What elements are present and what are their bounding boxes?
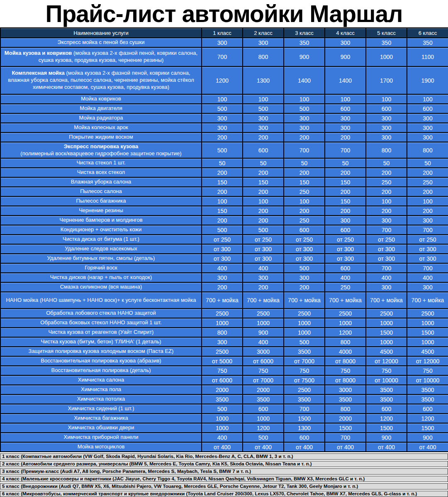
price-cell: 1000 (243, 318, 284, 328)
price-cell: 200 (243, 187, 284, 196)
price-cell: 3500 (202, 394, 243, 404)
price-cell: 100 (366, 196, 407, 206)
service-name-cell: Горячий воск (0, 263, 202, 273)
table-row: Смазка силиконом (вся машина)20020020025… (0, 282, 448, 292)
price-cell: 700 (202, 47, 243, 66)
price-cell: от 250 (243, 235, 284, 244)
service-name-cell: Пылесос салона (0, 187, 202, 196)
price-cell: 3500 (407, 385, 448, 394)
price-cell: 100 (407, 196, 448, 206)
price-cell: 3500 (407, 394, 448, 404)
price-cell: 1000 (366, 47, 407, 66)
price-cell: 100 (243, 196, 284, 206)
price-cell: 900 (366, 433, 407, 442)
price-cell: 1500 (366, 423, 407, 433)
table-row: Мойка колесных арок300300300300300300 (0, 123, 448, 132)
price-cell: 4500 (366, 347, 407, 356)
price-cell: от 400 (284, 442, 325, 452)
service-name-cell: Химчистка потолка (0, 394, 202, 404)
service-name-cell: Чистка стекол 1 шт. (0, 158, 202, 168)
price-cell: 400 (243, 263, 284, 273)
service-name-cell: Экспресс мойка с пеной без сушки (0, 38, 202, 47)
price-cell: 100 (284, 196, 325, 206)
price-cell: 1500 (325, 423, 366, 433)
price-cell: 500 (202, 225, 243, 235)
price-cell: 200 (407, 187, 448, 196)
price-cell: 800 (325, 404, 366, 414)
price-cell: 300 (243, 273, 284, 282)
price-cell: 1000 (407, 318, 448, 328)
price-cell: 500 (243, 225, 284, 235)
service-name-cell: Восстановительная полировка кузова (абра… (0, 356, 202, 366)
price-cell: 300 (284, 123, 325, 132)
price-cell: 1000 (325, 318, 366, 328)
price-cell: 3000 (325, 385, 366, 394)
price-cell: 600 (407, 104, 448, 113)
table-row: Чернение резины150200200200200200 (0, 206, 448, 215)
price-cell: 3500 (284, 347, 325, 356)
price-cell: 400 (243, 337, 284, 347)
table-row: Пылесос багажника100100100150100100 (0, 196, 448, 206)
price-cell: 300 (366, 215, 407, 225)
table-row: Чистка дисков (нагар + пыль от колодок)3… (0, 273, 448, 282)
price-cell: 600 (284, 225, 325, 235)
page-title: Прайс-лист автомойки Маршал (0, 0, 448, 27)
price-cell: 150 (243, 177, 284, 187)
table-row: Влажная уборка салона150150150150250250 (0, 177, 448, 187)
price-cell: 200 (284, 132, 325, 142)
price-cell: от 400 (325, 442, 366, 452)
table-row: Восстановительная полировка кузова (абра… (0, 356, 448, 366)
price-cell: 50 (243, 158, 284, 168)
table-row: Химчистка пола200020002500300035003500 (0, 385, 448, 394)
price-cell: 300 (325, 38, 366, 47)
price-cell: 200 (284, 206, 325, 215)
table-row: Пылесос салона200200250200200200 (0, 187, 448, 196)
price-cell: 350 (407, 38, 448, 47)
price-cell: 300 (243, 113, 284, 123)
price-cell: 50 (325, 158, 366, 168)
column-header-cell: Наименование услуги (0, 28, 202, 38)
column-header-cell: 1 класс (202, 28, 243, 38)
price-cell: 400 (202, 433, 243, 442)
service-name-cell: Чистка кузова (битум, бетон) 'ГЛИНА' (1 … (0, 337, 202, 347)
price-cell: 700 + мойка (202, 292, 243, 308)
price-cell: 300 (202, 38, 243, 47)
service-name-cell: Комплексная мойка (мойка кузова 2-х фазн… (0, 66, 202, 94)
table-row: Химчистка потолка35003500350035003500350… (0, 394, 448, 404)
service-name-cell: Химчистка багажника (0, 414, 202, 423)
table-row: Удаление следов насекомыхот 300от 300от … (0, 244, 448, 254)
price-cell: 900 (243, 328, 284, 337)
service-name-cell: Химчистка обшивки двери (0, 423, 202, 433)
price-cell: 150 (325, 177, 366, 187)
table-row: Химчистка обшивки двери10001200130015001… (0, 423, 448, 433)
price-cell: 750 (325, 366, 366, 375)
class-footnote: 3 класс (Премиум-класс (Audi A7, A8 long… (0, 468, 448, 475)
price-cell: 500 (243, 433, 284, 442)
price-cell: 2500 (284, 308, 325, 318)
price-cell: 250 (284, 215, 325, 225)
price-cell: 200 (325, 168, 366, 177)
price-cell: от 400 (407, 442, 448, 452)
header-row: Наименование услуги1 класс2 класс3 класс… (0, 28, 448, 38)
service-name-cell: Мойка мотоциклов (0, 442, 202, 452)
price-cell: 700 (284, 404, 325, 414)
price-cell: от 7000 (243, 375, 284, 385)
price-cell: 200 (243, 282, 284, 292)
class-footnotes: 1 класс (Компактные автомобили (VW Golf,… (0, 453, 448, 497)
column-header-cell: 6 класс (407, 28, 448, 38)
table-row: НАНО мойка (НАНО шампунь + НАНО воск)+ к… (0, 292, 448, 308)
price-cell: 200 (284, 168, 325, 177)
price-cell: 2500 (284, 385, 325, 394)
price-cell: 1000 (366, 318, 407, 328)
price-cell: 300 (202, 113, 243, 123)
table-row: Химчистка приборной панели40050060070090… (0, 433, 448, 442)
price-cell: от 400 (366, 442, 407, 452)
service-name-cell: Чернение резины (0, 206, 202, 215)
service-name-cell: Мойка кузова и ковриков (мойка кузова 2-… (0, 47, 202, 66)
price-cell: 1200 (407, 414, 448, 423)
price-cell: от 10000 (407, 375, 448, 385)
price-cell: 200 (366, 187, 407, 196)
price-cell: 200 (243, 206, 284, 215)
price-cell: 300 (366, 132, 407, 142)
service-name-cell: Восстановительная полировка (деталь) (0, 366, 202, 375)
